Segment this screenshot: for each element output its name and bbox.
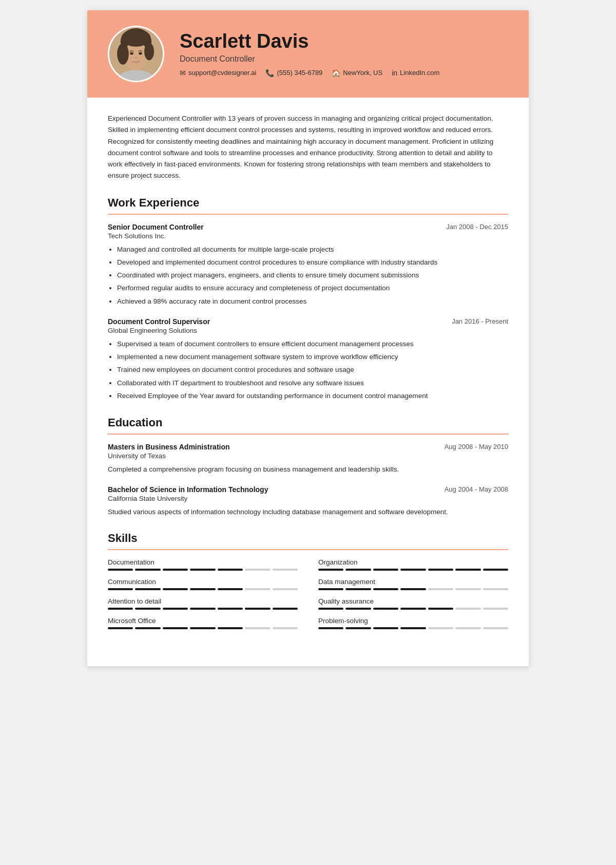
skill-segment [108,588,133,590]
work-experience-section: Work Experience Senior Document Controll… [108,196,508,402]
phone-text: (555) 345-6789 [277,69,322,77]
work-entry-2-date: Jan 2016 - Present [452,317,508,325]
skill-segment [483,627,508,629]
skill-item: Organization [318,558,508,571]
bullet-item: Developed and implemented document contr… [117,257,508,268]
skill-segment [163,627,188,629]
avatar [108,26,164,82]
work-entry-1-date: Jan 2008 - Dec 2015 [446,223,508,231]
skill-segment [400,627,426,629]
edu-entry-2-desc: Studied various aspects of information t… [108,506,508,518]
phone-icon: 📞 [265,69,274,77]
linkedin-contact: in LinkedIn.com [392,69,439,77]
education-section: Education Masters in Business Administra… [108,416,508,517]
skill-segment [318,588,343,590]
skill-segment [190,569,215,571]
email-contact: ✉ support@cvdesigner.ai [180,69,256,77]
bullet-item: Implemented a new document management so… [117,351,508,363]
work-entry-2-title: Document Control Supervisor [108,317,210,326]
work-entry-2: Document Control Supervisor Jan 2016 - P… [108,317,508,402]
bullet-item: Collaborated with IT department to troub… [117,378,508,389]
resume-document: Scarlett Davis Document Controller ✉ sup… [87,10,529,666]
skill-name: Attention to detail [108,597,298,605]
skill-name: Data management [318,578,508,586]
skill-segment [135,569,160,571]
skill-bar [108,608,298,610]
skill-name: Problem-solving [318,617,508,625]
bullet-item: Performed regular audits to ensure accur… [117,283,508,294]
skill-segment [318,627,343,629]
svg-point-4 [144,43,154,60]
skill-segment [273,588,298,590]
skill-segment [163,588,188,590]
svg-point-9 [139,52,142,55]
skill-segment [483,608,508,610]
edu-entry-1-company: University of Texas [108,452,508,460]
avatar-wrapper [108,26,164,82]
skill-segment [245,608,270,610]
skill-bar [318,627,508,629]
skill-segment [483,569,508,571]
work-experience-title: Work Experience [108,196,508,210]
skill-segment [373,588,398,590]
skill-segment [455,569,480,571]
skill-segment [273,569,298,571]
skills-divider [108,549,508,550]
skill-segment [318,608,343,610]
edu-entry-2-company: California State University [108,495,508,502]
edu-entry-1-date: Aug 2008 - May 2010 [445,443,508,450]
skill-item: Quality assurance [318,597,508,610]
edu-entry-1-desc: Completed a comprehensive program focusi… [108,464,508,475]
skill-segment [190,588,215,590]
skill-segment [373,608,398,610]
resume-body: Experienced Document Controller with 13 … [87,98,529,666]
skill-segment [108,608,133,610]
bullet-item: Managed and controlled all documents for… [117,244,508,255]
phone-contact: 📞 (555) 345-6789 [265,69,322,77]
skill-segment [428,627,453,629]
education-title: Education [108,416,508,429]
skill-segment [455,627,480,629]
candidate-title: Document Controller [180,54,439,64]
skill-segment [218,627,243,629]
work-entry-1: Senior Document Controller Jan 2008 - De… [108,223,508,307]
skill-bar [108,627,298,629]
email-icon: ✉ [180,69,186,77]
skill-item: Microsoft Office [108,617,298,629]
skill-segment [245,627,270,629]
skill-item: Communication [108,578,298,590]
skill-segment [400,608,426,610]
skill-item: Data management [318,578,508,590]
skill-segment [345,608,371,610]
skill-segment [345,627,371,629]
skill-name: Microsoft Office [108,617,298,625]
location-icon: 🏠 [332,69,340,77]
svg-point-5 [122,29,151,47]
edu-entry-1: Masters in Business Administration Aug 2… [108,443,508,475]
skill-item: Attention to detail [108,597,298,610]
skill-segment [135,588,160,590]
edu-entry-1-title: Masters in Business Administration [108,443,230,451]
skill-segment [483,588,508,590]
skill-name: Communication [108,578,298,586]
svg-point-8 [130,52,133,55]
skill-segment [163,608,188,610]
skill-name: Organization [318,558,508,566]
bullet-item: Achieved a 98% accuracy rate in document… [117,296,508,307]
skill-segment [135,608,160,610]
skill-segment [373,627,398,629]
skill-segment [428,569,453,571]
resume-header: Scarlett Davis Document Controller ✉ sup… [87,10,529,98]
edu-entry-2: Bachelor of Science in Information Techn… [108,485,508,518]
skill-segment [273,627,298,629]
skill-segment [190,608,215,610]
work-entry-2-header: Document Control Supervisor Jan 2016 - P… [108,317,508,326]
education-divider [108,434,508,435]
skill-item: Documentation [108,558,298,571]
skill-segment [108,569,133,571]
edu-entry-2-header: Bachelor of Science in Information Techn… [108,485,508,494]
skill-name: Quality assurance [318,597,508,605]
skill-bar [108,588,298,590]
skills-section: Skills DocumentationCommunicationAttenti… [108,532,508,636]
skill-name: Documentation [108,558,298,566]
